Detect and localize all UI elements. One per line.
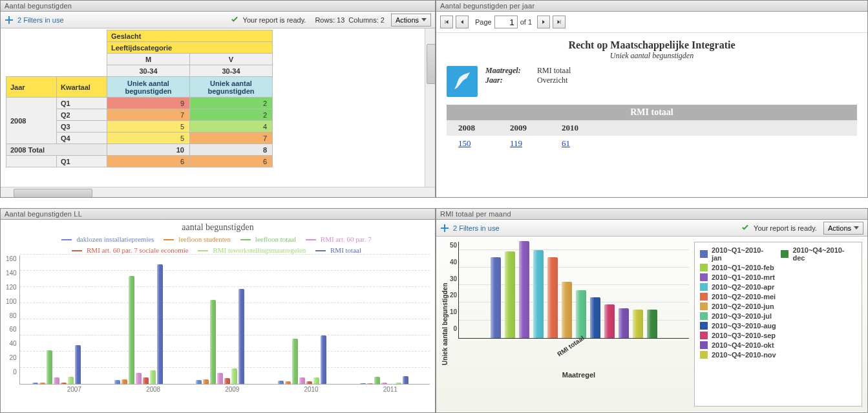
legend-item[interactable]: 2010~Q4~2010-okt xyxy=(712,341,774,349)
bar[interactable] xyxy=(396,383,401,385)
bar[interactable] xyxy=(285,381,291,384)
year-2008[interactable]: 2008 xyxy=(6,98,57,144)
bar[interactable] xyxy=(590,297,600,338)
cell[interactable]: 7 xyxy=(107,109,190,121)
vertical-scrollbar[interactable] xyxy=(425,28,435,187)
row-jaar-head[interactable]: Jaar xyxy=(6,77,57,98)
bar[interactable] xyxy=(299,377,305,384)
cell[interactable]: 6 xyxy=(190,156,273,167)
legend-item[interactable]: leefloon totaal xyxy=(255,235,296,243)
col-m[interactable]: M xyxy=(107,54,190,65)
bar[interactable] xyxy=(633,310,643,338)
filters-in-use-label[interactable]: 2 Filters in use xyxy=(17,16,64,24)
col-v[interactable]: V xyxy=(190,54,273,65)
q-label[interactable]: Q1 xyxy=(57,156,107,167)
q-label[interactable]: Q4 xyxy=(57,132,107,144)
bar[interactable] xyxy=(313,377,319,384)
bar[interactable] xyxy=(381,383,387,385)
bar[interactable] xyxy=(210,300,216,384)
legend-item[interactable]: 2010~Q3~2010-aug xyxy=(712,322,776,330)
bar[interactable] xyxy=(533,250,544,338)
col-geslacht[interactable]: Geslacht xyxy=(107,30,273,42)
pivot-scroll[interactable]: Geslacht Leeftijdscategorie MV 30-3430-3… xyxy=(1,28,435,187)
bar[interactable] xyxy=(122,379,127,385)
legend-item[interactable]: RMI art. 60 par. 7 xyxy=(321,235,372,243)
add-filter-icon[interactable] xyxy=(440,224,449,233)
actions-button[interactable]: Actions xyxy=(823,222,863,235)
value-link-2009[interactable]: 119 xyxy=(510,138,522,148)
bar[interactable] xyxy=(196,380,202,384)
bar[interactable] xyxy=(129,276,134,385)
legend-item[interactable]: leefloon studenten xyxy=(178,235,231,243)
row-kwartaal-head[interactable]: Kwartaal xyxy=(57,77,107,98)
legend-item[interactable]: 2010~Q3~2010-sep xyxy=(712,332,776,339)
legend-item[interactable]: 2010~Q4~2010-dec xyxy=(792,246,856,262)
legend-item[interactable]: 2010~Q2~2010-mei xyxy=(712,293,776,301)
bar[interactable] xyxy=(136,373,142,385)
bar[interactable] xyxy=(203,379,209,385)
bar[interactable] xyxy=(231,368,237,384)
bar[interactable] xyxy=(75,345,81,384)
year-next[interactable] xyxy=(6,156,57,167)
bar[interactable] xyxy=(367,383,373,384)
legend-item[interactable]: daklozen installatiepremies xyxy=(76,235,154,243)
legend-item[interactable]: 2010~Q3~2010-jul xyxy=(712,312,772,320)
bar[interactable] xyxy=(39,383,45,385)
chart-legend[interactable]: daklozen installatiepremies leefloon stu… xyxy=(6,234,430,255)
q-label[interactable]: Q3 xyxy=(57,121,107,132)
last-page-button[interactable] xyxy=(553,16,566,28)
measure-v[interactable]: Uniek aantal begunstigden xyxy=(190,77,273,98)
value-link-2008[interactable]: 150 xyxy=(458,138,471,148)
legend-item[interactable]: 2010~Q1~2010-mrt xyxy=(712,273,775,281)
legend-item[interactable]: RMI totaal xyxy=(330,246,361,254)
col-age-v[interactable]: 30-34 xyxy=(190,65,273,77)
legend-item[interactable]: RMI tewerkstellingsmaatregelen xyxy=(213,246,306,254)
cell[interactable]: 6 xyxy=(107,156,190,167)
bar[interactable] xyxy=(576,290,586,338)
bar[interactable] xyxy=(505,251,515,338)
cell[interactable]: 9 xyxy=(107,98,190,109)
bar[interactable] xyxy=(157,264,163,384)
q-label[interactable]: Q2 xyxy=(57,109,107,121)
chart-plot-area[interactable] xyxy=(19,255,430,385)
cell[interactable]: 4 xyxy=(190,121,273,132)
bar[interactable] xyxy=(604,304,615,338)
bar[interactable] xyxy=(224,378,230,384)
bar[interactable] xyxy=(54,377,59,384)
bar[interactable] xyxy=(360,383,366,384)
bar[interactable] xyxy=(68,377,74,384)
bar[interactable] xyxy=(143,377,149,384)
measure-m[interactable]: Uniek aantal begunstigden xyxy=(107,77,190,98)
legend-item[interactable]: 2010~Q4~2010-nov xyxy=(712,351,776,359)
cell[interactable]: 5 xyxy=(107,121,190,132)
total-m[interactable]: 10 xyxy=(107,144,190,156)
report-body[interactable]: Recht op Maatschappelijke Integratie Uni… xyxy=(436,33,867,197)
bar[interactable] xyxy=(32,383,38,385)
next-page-button[interactable] xyxy=(537,16,550,28)
bar[interactable] xyxy=(292,339,298,384)
bar[interactable] xyxy=(217,373,223,385)
legend-item[interactable]: RMI art. 60 par. 7 sociale economie xyxy=(87,246,189,254)
bar[interactable] xyxy=(321,335,326,384)
actions-button[interactable]: Actions xyxy=(391,14,431,26)
prev-page-button[interactable] xyxy=(456,16,469,28)
bar[interactable] xyxy=(519,241,529,338)
page-input[interactable] xyxy=(494,16,518,28)
filters-in-use-label[interactable]: 2 Filters in use xyxy=(453,224,500,232)
bar[interactable] xyxy=(47,350,52,385)
cell[interactable]: 5 xyxy=(107,132,190,144)
bar[interactable] xyxy=(619,308,629,338)
chart-legend[interactable]: 2010~Q1~2010-jan 2010~Q4~2010-dec 2010~Q… xyxy=(694,242,862,407)
value-link-2010[interactable]: 61 xyxy=(562,138,570,148)
legend-item[interactable]: 2010~Q1~2010-jan xyxy=(712,246,774,262)
bar[interactable] xyxy=(306,381,312,384)
bar[interactable] xyxy=(278,381,284,384)
horizontal-scrollbar[interactable] xyxy=(1,187,435,197)
total-label[interactable]: 2008 Total xyxy=(6,144,107,156)
cell[interactable]: 2 xyxy=(190,98,273,109)
bar[interactable] xyxy=(150,370,156,384)
total-v[interactable]: 8 xyxy=(190,144,273,156)
bar[interactable] xyxy=(374,377,380,384)
bar[interactable] xyxy=(647,310,657,338)
legend-item[interactable]: 2010~Q1~2010-feb xyxy=(712,264,774,271)
